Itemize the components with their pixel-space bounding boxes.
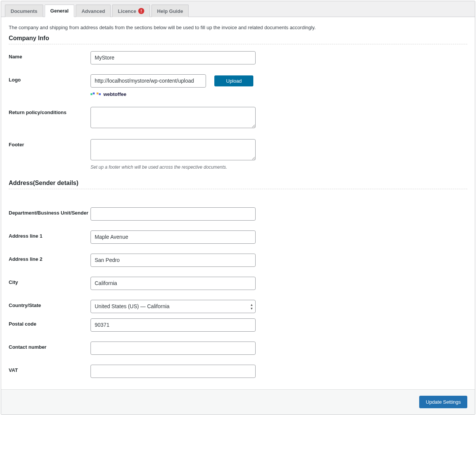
alert-icon: ! <box>138 8 144 14</box>
row-department: Department/Business Unit/Sender <box>9 207 467 221</box>
row-postal: Postal code <box>9 318 467 332</box>
row-name: Name <box>9 51 467 64</box>
tab-label: Documents <box>11 8 37 14</box>
section-title-company: Company Info <box>9 35 467 44</box>
row-address2: Address line 2 <box>9 254 467 267</box>
row-city: City <box>9 277 467 290</box>
row-footer: Footer Set up a footer which will be use… <box>9 139 467 170</box>
input-contact[interactable] <box>91 342 256 355</box>
logo-dot-icon <box>99 93 101 95</box>
label-footer: Footer <box>9 139 91 147</box>
tab-documents[interactable]: Documents <box>5 5 43 17</box>
logo-dot-icon <box>91 93 92 95</box>
label-logo: Logo <box>9 74 91 83</box>
label-address2: Address line 2 <box>9 254 91 262</box>
footer-bar: Update Settings <box>1 389 475 414</box>
row-address1: Address line 1 <box>9 230 467 244</box>
logo-dot-icon <box>97 92 98 94</box>
textarea-footer[interactable] <box>91 139 256 160</box>
tab-label: General <box>50 8 69 14</box>
row-country: Country/State United States (US) — Calif… <box>9 300 467 313</box>
input-name[interactable] <box>91 51 256 64</box>
settings-panel: Documents General Advanced Licence ! Hel… <box>1 1 475 415</box>
input-city[interactable] <box>91 277 256 290</box>
label-address1: Address line 1 <box>9 230 91 239</box>
label-name: Name <box>9 51 91 60</box>
input-address1[interactable] <box>91 230 256 244</box>
input-address2[interactable] <box>91 254 256 267</box>
label-country: Country/State <box>9 300 91 308</box>
section-title-address: Address(Sender details) <box>9 180 467 189</box>
intro-text: The company and shipping from address de… <box>9 25 467 30</box>
logo-preview: webtoffee <box>91 91 256 97</box>
label-return-policy: Return policy/conditions <box>9 107 91 115</box>
button-update-settings[interactable]: Update Settings <box>419 396 467 408</box>
tab-general[interactable]: General <box>45 5 74 17</box>
label-contact: Contact number <box>9 342 91 350</box>
row-return-policy: Return policy/conditions <box>9 107 467 129</box>
label-vat: VAT <box>9 365 91 373</box>
row-logo: Logo Upload webtoffee <box>9 74 467 97</box>
label-postal: Postal code <box>9 318 91 327</box>
button-upload[interactable]: Upload <box>214 75 253 86</box>
input-logo-url[interactable] <box>91 74 206 88</box>
tab-label: Advanced <box>81 8 105 14</box>
row-contact: Contact number <box>9 342 467 355</box>
logo-brand-text: webtoffee <box>103 91 126 97</box>
label-department: Department/Business Unit/Sender <box>9 207 91 216</box>
input-vat[interactable] <box>91 365 256 378</box>
tab-label: Help Guide <box>157 8 183 14</box>
input-postal[interactable] <box>91 318 256 332</box>
tab-label: Licence <box>118 8 136 14</box>
select-country[interactable]: United States (US) — California <box>91 300 256 313</box>
tab-help-guide[interactable]: Help Guide <box>151 5 189 17</box>
input-department[interactable] <box>91 207 256 221</box>
tab-content: The company and shipping from address de… <box>1 17 475 389</box>
help-footer: Set up a footer which will be used acros… <box>91 165 256 170</box>
tab-advanced[interactable]: Advanced <box>76 5 111 17</box>
tab-licence[interactable]: Licence ! <box>112 5 150 17</box>
textarea-return-policy[interactable] <box>91 107 256 128</box>
logo-dot-icon <box>93 92 95 94</box>
tab-bar: Documents General Advanced Licence ! Hel… <box>1 1 475 17</box>
label-city: City <box>9 277 91 285</box>
row-vat: VAT <box>9 365 467 378</box>
